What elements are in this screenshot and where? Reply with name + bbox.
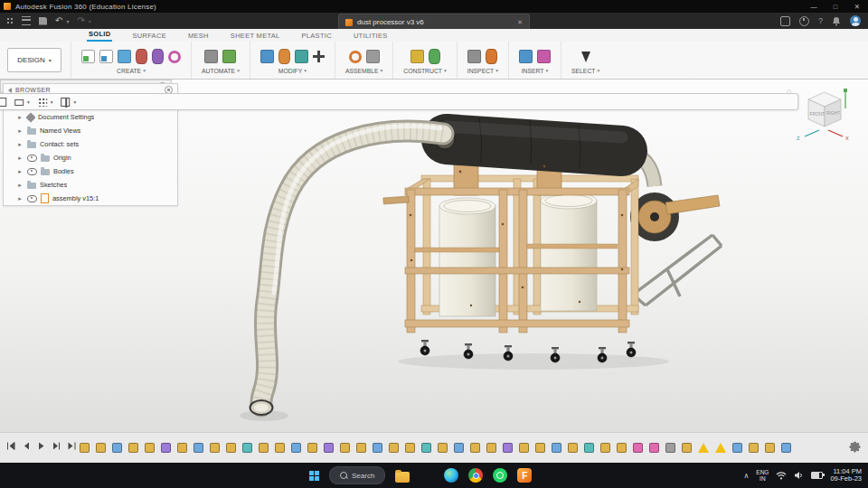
step-back-icon[interactable]: [21, 441, 31, 451]
timeline-feature-6[interactable]: [161, 443, 171, 453]
tab-solid[interactable]: SOLID: [87, 30, 112, 42]
volume-icon[interactable]: [794, 467, 804, 483]
app-grid-icon[interactable]: [6, 17, 14, 24]
ribbon-group-label-construct[interactable]: CONSTRUCT: [403, 68, 446, 74]
timeline-feature-24[interactable]: [454, 443, 464, 453]
display-settings-icon[interactable]: [14, 99, 24, 106]
whatsapp-icon[interactable]: [493, 468, 507, 483]
timeline-feature-40[interactable]: [715, 443, 726, 453]
start-button[interactable]: [309, 471, 319, 481]
timeline-feature-8[interactable]: [193, 443, 203, 453]
browser-item-document-settings[interactable]: ▸Document Settings: [4, 110, 177, 124]
user-avatar[interactable]: [850, 15, 861, 26]
timeline-feature-43[interactable]: [765, 443, 775, 453]
viewcube-front-label[interactable]: FRONT: [810, 112, 826, 117]
go-to-end-icon[interactable]: [67, 441, 77, 451]
visibility-eye-icon[interactable]: [27, 168, 37, 175]
timeline-feature-44[interactable]: [781, 443, 791, 453]
timeline-feature-4[interactable]: [128, 443, 138, 453]
fit-view-icon[interactable]: [0, 98, 6, 107]
hidden-icons-chevron-icon[interactable]: ∧: [743, 472, 749, 480]
visibility-eye-icon[interactable]: [27, 195, 37, 202]
close-tab-icon[interactable]: ✕: [517, 19, 523, 26]
expand-arrow-icon[interactable]: ▸: [16, 182, 24, 189]
tab-utilities[interactable]: UTILITIES: [352, 32, 390, 42]
help-icon[interactable]: ?: [818, 16, 823, 25]
timeline-feature-35[interactable]: [633, 443, 643, 453]
expand-arrow-icon[interactable]: ▸: [16, 141, 24, 148]
shell-icon[interactable]: [295, 50, 308, 63]
ribbon-group-label-create[interactable]: CREATE: [117, 68, 146, 74]
edge-browser-icon[interactable]: [444, 468, 458, 483]
revolve-icon[interactable]: [136, 49, 147, 64]
taskbar-search[interactable]: Search: [329, 466, 385, 484]
timeline-feature-13[interactable]: [275, 443, 285, 453]
torus-icon[interactable]: [168, 51, 181, 63]
redo-dropdown-icon[interactable]: ▾: [89, 18, 91, 24]
play-icon[interactable]: [36, 441, 46, 451]
timeline-feature-28[interactable]: [519, 443, 529, 453]
undo-dropdown-icon[interactable]: ▾: [66, 18, 69, 24]
expand-arrow-icon[interactable]: ▸: [16, 127, 24, 135]
measure-icon[interactable]: [467, 50, 481, 63]
settings-icon[interactable]: [420, 468, 434, 483]
extrude-icon[interactable]: [118, 50, 131, 63]
expand-arrow-icon[interactable]: ▸: [16, 195, 24, 202]
extensions-icon[interactable]: [780, 16, 790, 26]
timeline-feature-31[interactable]: [568, 443, 578, 453]
ribbon-group-label-modify[interactable]: MODIFY: [278, 68, 307, 74]
view-cube[interactable]: ⌂ FRONT RIGHT X Z: [788, 85, 859, 145]
timeline-feature-22[interactable]: [421, 443, 431, 453]
timeline-feature-2[interactable]: [96, 443, 106, 453]
browser-item-origin[interactable]: ▸Origin: [4, 151, 177, 164]
timeline-feature-7[interactable]: [177, 443, 187, 453]
timeline-feature-10[interactable]: [226, 443, 236, 453]
collapse-panel-icon[interactable]: [8, 88, 12, 93]
maximize-button[interactable]: □: [825, 3, 846, 11]
browser-item-named-views[interactable]: ▸Named Views: [4, 124, 177, 137]
go-to-start-icon[interactable]: [5, 441, 15, 451]
browser-item-contact-sets[interactable]: ▸Contact: sets: [4, 137, 177, 151]
section-analysis-icon[interactable]: [486, 49, 497, 64]
loft-icon[interactable]: [152, 49, 164, 64]
press-pull-icon[interactable]: [260, 50, 274, 63]
wifi-icon[interactable]: [776, 467, 787, 483]
timeline-feature-20[interactable]: [389, 443, 399, 453]
timeline-feature-5[interactable]: [145, 443, 155, 453]
timeline-feature-21[interactable]: [405, 443, 415, 453]
ribbon-group-label-insert[interactable]: INSERT: [522, 68, 549, 74]
step-forward-icon[interactable]: [52, 441, 61, 451]
expand-arrow-icon[interactable]: ▸: [16, 155, 24, 162]
tab-mesh[interactable]: MESH: [186, 32, 211, 42]
save-icon[interactable]: [39, 17, 47, 25]
minimize-button[interactable]: —: [803, 3, 825, 11]
taskbar-clock[interactable]: 11:04 PM 09-Feb-23: [830, 468, 862, 483]
tab-plastic[interactable]: PLASTIC: [300, 32, 334, 42]
timeline-feature-39[interactable]: [698, 443, 709, 453]
workspace-selector[interactable]: DESIGN: [7, 48, 61, 72]
timeline-feature-32[interactable]: [584, 443, 594, 453]
timeline-feature-27[interactable]: [503, 443, 513, 453]
rigid-group-icon[interactable]: [366, 50, 380, 63]
ribbon-group-label-select[interactable]: SELECT: [571, 68, 599, 74]
timeline-feature-30[interactable]: [552, 443, 561, 453]
timeline-feature-19[interactable]: [373, 443, 382, 453]
timeline-feature-38[interactable]: [682, 443, 692, 453]
timeline-feature-26[interactable]: [486, 443, 496, 453]
redo-icon[interactable]: ↷: [77, 16, 84, 25]
expand-arrow-icon[interactable]: ▸: [16, 168, 24, 175]
create-sketch-icon[interactable]: [99, 50, 113, 63]
timeline-feature-42[interactable]: [749, 443, 759, 453]
grid-settings-icon[interactable]: [38, 98, 47, 107]
insert-mesh-icon[interactable]: [519, 50, 533, 63]
tab-sheet-metal[interactable]: SHEET METAL: [229, 32, 282, 42]
browser-item-bodies[interactable]: ▸Bodies: [4, 164, 177, 178]
visibility-eye-icon[interactable]: [27, 155, 37, 162]
timeline-feature-25[interactable]: [470, 443, 480, 453]
expand-arrow-icon[interactable]: ▸: [16, 114, 24, 121]
undo-icon[interactable]: ↶: [55, 16, 62, 25]
language-indicator[interactable]: ENG IN: [756, 469, 769, 482]
timeline-feature-3[interactable]: [112, 443, 122, 453]
timeline-feature-34[interactable]: [617, 443, 627, 453]
timeline-feature-14[interactable]: [291, 443, 301, 453]
